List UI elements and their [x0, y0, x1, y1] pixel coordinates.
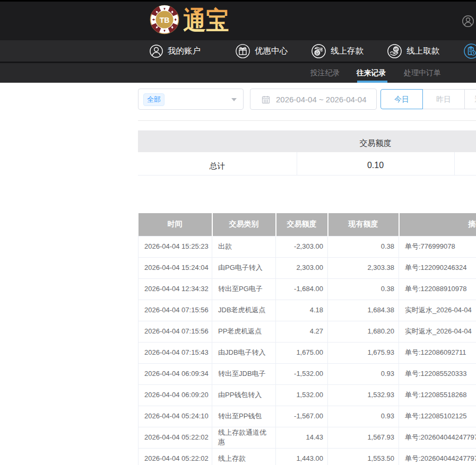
svg-text:通宝: 通宝	[183, 6, 229, 34]
svg-text:TB: TB	[160, 16, 170, 24]
